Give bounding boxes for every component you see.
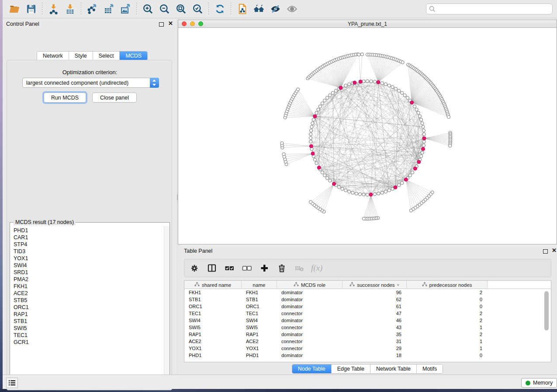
memory-button[interactable]: Memory	[521, 378, 557, 388]
graph-node[interactable]	[421, 151, 424, 154]
mcds-node[interactable]	[422, 137, 426, 140]
graph-node[interactable]	[422, 144, 425, 147]
export-network-icon[interactable]	[84, 2, 100, 17]
cell-successor-nodes[interactable]: 96	[343, 290, 407, 295]
cell-successor-nodes[interactable]: 18	[343, 353, 407, 358]
graph-node[interactable]	[387, 189, 391, 192]
add-column-icon[interactable]	[259, 262, 270, 274]
cell-shared-name[interactable]: FKH1	[184, 290, 242, 295]
graph-node[interactable]	[280, 141, 284, 144]
column-header-predecessor-nodes[interactable]: predecessor nodes	[407, 281, 488, 289]
graph-node[interactable]	[310, 129, 313, 132]
deselect-all-icon[interactable]	[241, 262, 253, 274]
graph-node[interactable]	[401, 61, 404, 64]
cell-predecessor-nodes[interactable]: 0	[407, 304, 488, 309]
table-tab-node-table[interactable]: Node Table	[292, 364, 332, 373]
graph-node[interactable]	[398, 183, 401, 186]
graph-node[interactable]	[329, 179, 332, 182]
mcds-result-item[interactable]: PHD1	[14, 227, 164, 234]
graph-node[interactable]	[408, 174, 412, 177]
cell-successor-nodes[interactable]: 47	[343, 311, 407, 316]
graph-node[interactable]	[362, 193, 365, 196]
cell-successor-nodes[interactable]: 35	[343, 332, 407, 337]
mcds-result-item[interactable]: TID3	[14, 248, 164, 255]
export-table-icon[interactable]	[100, 2, 117, 17]
column-header-name[interactable]: name	[242, 281, 277, 289]
control-tab-style[interactable]: Style	[69, 52, 93, 60]
table-close-panel-icon[interactable]: ✕	[552, 248, 557, 253]
mcds-result-item[interactable]: STB5	[14, 297, 164, 304]
cell-predecessor-nodes[interactable]: 2	[407, 311, 488, 316]
table-scrollbar[interactable]	[544, 290, 550, 361]
cell-name[interactable]: STB1	[242, 297, 277, 302]
cell-MCDS-role[interactable]: dominator	[277, 290, 343, 295]
mcds-result-item[interactable]: PMA2	[14, 276, 164, 283]
graph-node[interactable]	[401, 91, 404, 94]
import-network-icon[interactable]	[45, 2, 62, 17]
mcds-result-item[interactable]: ORC1	[14, 304, 164, 311]
cell-MCDS-role[interactable]: dominator	[277, 304, 343, 309]
mcds-node[interactable]	[313, 114, 317, 118]
cell-shared-name[interactable]: ORC1	[184, 304, 242, 309]
graph-node[interactable]	[309, 136, 312, 139]
import-table-icon[interactable]	[62, 2, 78, 17]
table-row[interactable]: SWI4SWI4dominator462	[184, 317, 551, 324]
graph-node[interactable]	[331, 91, 334, 94]
refresh-icon[interactable]	[211, 2, 228, 17]
mcds-node[interactable]	[369, 193, 373, 196]
cell-MCDS-role[interactable]: connector	[277, 339, 343, 344]
graph-node[interactable]	[415, 108, 418, 111]
save-session-icon[interactable]	[23, 2, 39, 17]
table-row[interactable]: ORC1ORC1dominator610	[184, 303, 551, 310]
cell-shared-name[interactable]: SWI4	[184, 318, 242, 323]
mcds-result-list[interactable]: PHD1CAR1STP4TID3YOX1SWI4SRD1PMA2FKH1ACE2…	[10, 226, 164, 382]
gear-icon[interactable]	[189, 262, 200, 274]
graph-node[interactable]	[384, 83, 387, 86]
mcds-result-item[interactable]: CAR1	[14, 234, 164, 241]
task-history-button[interactable]	[6, 378, 18, 388]
mcds-result-item[interactable]: TEC1	[14, 332, 164, 339]
graph-node[interactable]	[381, 82, 384, 85]
column-header-successor-nodes[interactable]: successor nodes˅	[343, 281, 407, 289]
graph-node[interactable]	[325, 96, 329, 99]
graph-node[interactable]	[355, 192, 358, 195]
cell-shared-name[interactable]: ACE2	[184, 339, 242, 344]
cell-successor-nodes[interactable]: 29	[343, 346, 407, 351]
graph-node[interactable]	[296, 88, 299, 91]
delete-column-icon[interactable]	[276, 262, 287, 274]
cell-MCDS-role[interactable]: connector	[277, 346, 343, 351]
table-row[interactable]: SWI5SWI5connector431	[184, 324, 551, 331]
cell-MCDS-role[interactable]: dominator	[277, 332, 343, 337]
graph-node[interactable]	[312, 118, 315, 121]
mcds-node[interactable]	[404, 178, 408, 181]
control-tab-network[interactable]: Network	[37, 52, 69, 60]
graph-node[interactable]	[351, 191, 354, 194]
graph-node[interactable]	[337, 186, 340, 189]
graph-node[interactable]	[413, 105, 416, 108]
table-tab-edge-table[interactable]: Edge Table	[332, 364, 370, 373]
mcds-node[interactable]	[394, 186, 397, 189]
cell-shared-name[interactable]: SWI5	[184, 325, 242, 330]
cell-successor-nodes[interactable]: 61	[343, 304, 407, 309]
cell-name[interactable]: PHD1	[242, 353, 277, 358]
control-tab-select[interactable]: Select	[93, 52, 120, 60]
graph-node[interactable]	[447, 115, 450, 118]
graph-node[interactable]	[318, 105, 322, 108]
graph-node[interactable]	[348, 190, 351, 193]
optimization-criterion-select[interactable]: largest connected component (undirected)	[22, 78, 159, 88]
cell-MCDS-role[interactable]: dominator	[277, 297, 343, 302]
graph-node[interactable]	[321, 171, 324, 174]
graph-node[interactable]	[421, 122, 424, 125]
first-neighbors-icon[interactable]	[250, 2, 267, 17]
mcds-node[interactable]	[413, 167, 417, 170]
column-header-MCDS-role[interactable]: MCDS role	[277, 281, 343, 289]
hide-selected-icon[interactable]	[267, 2, 284, 17]
cell-MCDS-role[interactable]: connector	[277, 325, 343, 330]
network-graph[interactable]	[178, 28, 557, 244]
mcds-list-scrollbar[interactable]	[164, 226, 169, 382]
cell-shared-name[interactable]: PHD1	[184, 353, 242, 358]
table-row[interactable]: PHD1PHD1dominator180	[184, 352, 551, 359]
graph-node[interactable]	[373, 80, 376, 83]
cell-predecessor-nodes[interactable]: 2	[407, 332, 488, 337]
cell-name[interactable]: ACE2	[242, 339, 277, 344]
